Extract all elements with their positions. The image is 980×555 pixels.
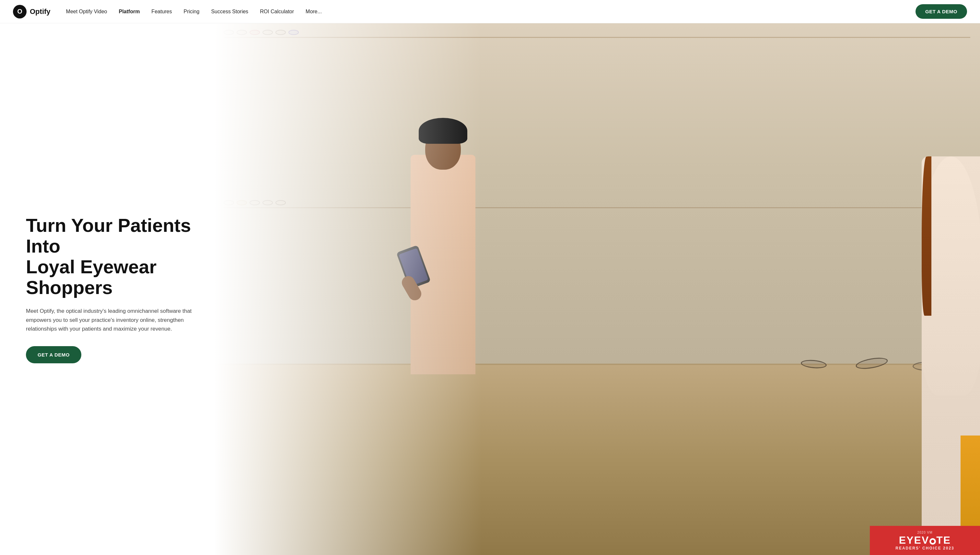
eyevote-title: EYEVTE (899, 535, 951, 545)
logo-letter: O (17, 8, 23, 15)
eyevote-subtitle: READERS' CHOICE 2023 (895, 546, 954, 550)
nav-item-features[interactable]: Features (151, 9, 172, 14)
nav-links: Meet Optify Video Platform Features Pric… (66, 9, 322, 14)
hero-title: Turn Your Patients Into Loyal Eyewear Sh… (26, 215, 201, 298)
nav-item-meet-optify-video[interactable]: Meet Optify Video (66, 9, 107, 14)
hero-title-line2: Loyal Eyewear Shoppers (26, 256, 156, 298)
nav-link-roi-calculator[interactable]: ROI Calculator (260, 9, 294, 14)
eyevote-content: 2020 VM EYEVTE READERS' CHOICE 2023 (895, 531, 954, 550)
logo-name: Optify (30, 8, 51, 16)
eyevote-badge: 2020 VM EYEVTE READERS' CHOICE 2023 (870, 526, 980, 555)
eyevote-year: 2020 VM (917, 531, 932, 534)
hero-get-demo-button[interactable]: GET A DEMO (26, 346, 81, 363)
nav-item-pricing[interactable]: Pricing (184, 9, 200, 14)
nav-link-meet-optify-video[interactable]: Meet Optify Video (66, 9, 107, 14)
nav-link-pricing[interactable]: Pricing (184, 9, 200, 14)
nav-item-roi-calculator[interactable]: ROI Calculator (260, 9, 294, 14)
hero-fade-gradient (214, 23, 482, 555)
scene-background: 2020 VM EYEVTE READERS' CHOICE 2023 (214, 23, 980, 555)
nav-get-demo-button[interactable]: GET A DEMO (916, 4, 967, 19)
nav-link-platform[interactable]: Platform (119, 9, 140, 14)
eyevote-eye: EYE (899, 534, 922, 546)
navbar: O Optify Meet Optify Video Platform Feat… (0, 0, 980, 23)
person-woman-silhouette (922, 156, 980, 555)
nav-link-more[interactable]: More... (306, 9, 322, 14)
eyevote-v: V (922, 534, 929, 546)
nav-item-success-stories[interactable]: Success Stories (211, 9, 248, 14)
eyevote-te: TE (936, 534, 951, 546)
nav-item-more[interactable]: More... (306, 9, 322, 14)
hero-title-line1: Turn Your Patients Into (26, 215, 191, 257)
hero-image: 2020 VM EYEVTE READERS' CHOICE 2023 (214, 23, 980, 555)
logo[interactable]: O Optify (13, 5, 51, 18)
nav-link-success-stories[interactable]: Success Stories (211, 9, 248, 14)
hero-section: Turn Your Patients Into Loyal Eyewear Sh… (0, 23, 980, 555)
nav-item-platform[interactable]: Platform (119, 9, 140, 14)
nav-link-features[interactable]: Features (151, 9, 172, 14)
hero-content: Turn Your Patients Into Loyal Eyewear Sh… (0, 23, 214, 555)
logo-icon: O (13, 5, 27, 18)
hero-subtitle: Meet Optify, the optical industry's lead… (26, 306, 195, 333)
navbar-left: O Optify Meet Optify Video Platform Feat… (13, 5, 322, 18)
